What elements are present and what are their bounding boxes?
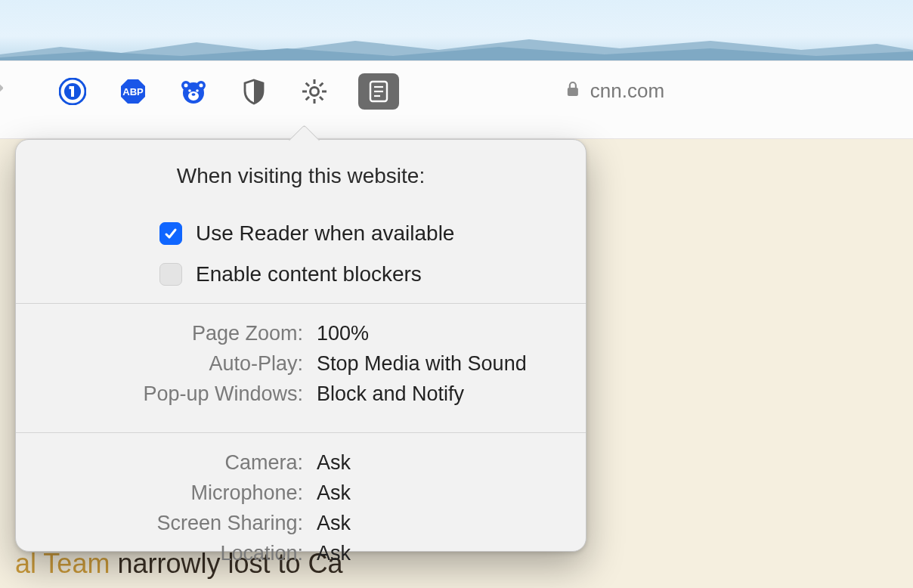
- browser-toolbar: ABP cnn.com: [0, 60, 913, 121]
- camera-label: Camera:: [16, 448, 317, 478]
- page-settings-section: Page Zoom: 100% Auto-Play: Stop Media wi…: [16, 304, 586, 422]
- page-zoom-value: 100%: [317, 319, 369, 349]
- address-domain: cnn.com: [590, 79, 664, 103]
- popover-checkbox-group: Use Reader when available Enable content…: [159, 221, 586, 286]
- reader-mode-button[interactable]: [358, 73, 399, 110]
- popup-windows-label: Pop-up Windows:: [16, 379, 317, 410]
- use-reader-checkbox[interactable]: [159, 222, 182, 245]
- svg-point-13: [196, 89, 199, 92]
- svg-line-23: [320, 82, 323, 85]
- location-row[interactable]: Location: Ask: [16, 539, 586, 569]
- adblock-plus-icon[interactable]: ABP: [119, 78, 147, 105]
- bear-icon[interactable]: [180, 78, 207, 105]
- svg-line-22: [306, 97, 309, 100]
- microphone-label: Microphone:: [16, 478, 317, 509]
- lock-icon: [566, 79, 580, 103]
- svg-line-20: [306, 82, 309, 85]
- microphone-row[interactable]: Microphone: Ask: [16, 478, 586, 509]
- screen-sharing-label: Screen Sharing:: [16, 509, 317, 539]
- popup-windows-row[interactable]: Pop-up Windows: Block and Notify: [16, 379, 586, 410]
- screen-sharing-row[interactable]: Screen Sharing: Ask: [16, 509, 586, 539]
- use-reader-row[interactable]: Use Reader when available: [159, 221, 586, 246]
- svg-rect-2: [71, 86, 74, 97]
- popover-title: When visiting this website:: [16, 140, 586, 188]
- shield-icon[interactable]: [240, 78, 268, 105]
- use-reader-label: Use Reader when available: [196, 221, 454, 246]
- autoplay-row[interactable]: Auto-Play: Stop Media with Sound: [16, 349, 586, 379]
- microphone-value: Ask: [317, 478, 351, 509]
- svg-point-11: [188, 91, 199, 101]
- page-zoom-label: Page Zoom:: [16, 319, 317, 349]
- camera-row[interactable]: Camera: Ask: [16, 448, 586, 478]
- enable-blockers-label: Enable content blockers: [196, 262, 422, 286]
- camera-value: Ask: [317, 448, 351, 478]
- 1password-icon[interactable]: [59, 78, 86, 105]
- popup-windows-value: Block and Notify: [317, 379, 464, 410]
- enable-blockers-checkbox[interactable]: [159, 263, 182, 286]
- autoplay-label: Auto-Play:: [16, 349, 317, 379]
- toolbar-bottom-strip: [0, 121, 913, 139]
- forward-nav-icon[interactable]: [0, 73, 6, 110]
- autoplay-value: Stop Media with Sound: [317, 349, 527, 379]
- page-zoom-row[interactable]: Page Zoom: 100%: [16, 319, 586, 349]
- svg-point-15: [311, 87, 319, 95]
- svg-point-12: [188, 89, 191, 92]
- location-label: Location:: [16, 539, 317, 569]
- svg-rect-3: [70, 86, 72, 89]
- svg-line-21: [320, 97, 323, 100]
- svg-point-9: [184, 83, 188, 87]
- website-settings-popover: When visiting this website: Use Reader w…: [15, 139, 586, 552]
- permissions-section: Camera: Ask Microphone: Ask Screen Shari…: [16, 433, 586, 581]
- window-background-mountains: [0, 36, 913, 60]
- screen-sharing-value: Ask: [317, 509, 351, 539]
- svg-rect-28: [568, 88, 578, 96]
- extension-icons: ABP: [59, 78, 328, 105]
- gear-icon[interactable]: [301, 78, 328, 105]
- location-value: Ask: [317, 539, 351, 569]
- address-bar[interactable]: cnn.com: [566, 79, 664, 103]
- enable-blockers-row[interactable]: Enable content blockers: [159, 262, 586, 286]
- svg-point-14: [192, 93, 196, 96]
- svg-point-10: [200, 83, 203, 87]
- svg-text:ABP: ABP: [122, 86, 144, 97]
- article-body-fragment: in the Olympic semifinals in Japan on Mo…: [15, 583, 871, 589]
